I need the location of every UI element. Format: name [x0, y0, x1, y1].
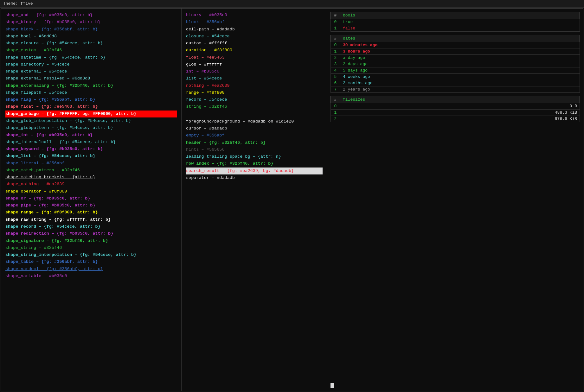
list-item: shape_nothing – #ea2639 [5, 181, 177, 188]
row-index: 0 [331, 103, 340, 110]
list-item: int – #b035c0 [186, 68, 323, 75]
list-item: shape_redirection – {fg: #b035c0, attr: … [5, 230, 177, 237]
list-item: shape_string_interpolation – {fg: #54cec… [5, 251, 177, 258]
table-row: 3 2 days ago [331, 61, 580, 67]
right-panel: # bools 0 true 1 false # dates [327, 9, 583, 391]
table-row: 1 488.3 KiB [331, 110, 580, 116]
row-index: 3 [331, 61, 340, 67]
list-item: shape_globpattern – {fg: #54cece, attr: … [5, 124, 177, 131]
table-row: 0 0 B [331, 103, 580, 110]
list-item: foreground/background – #dadadb on #1d1e… [186, 118, 323, 125]
list-item: shape_glob_interpolation – {fg: #54cece,… [5, 117, 177, 124]
list-item-highlighted: shape_garbage – {fg: #FFFFFF, bg: #FF000… [5, 111, 177, 117]
list-item: shape_directory – #54cece [5, 61, 177, 68]
list-item: shape_custom – #32bf46 [5, 47, 177, 54]
bools-header: bools [340, 12, 580, 19]
list-item: shape_table – {fg: #356abf, attr: b} [5, 258, 177, 265]
row-value: 488.3 KiB [340, 110, 580, 116]
row-index: 0 [331, 19, 340, 25]
list-item: shape_raw_string – {fg: #ffffff, attr: b… [5, 216, 177, 223]
row-value: 2 days ago [340, 61, 580, 67]
list-item: shape_block – {fg: #356abf, attr: b} [5, 26, 177, 33]
row-value: a day ago [340, 55, 580, 61]
theme-label: Theme: ffive [3, 1, 33, 6]
row-value: 976.6 KiB [340, 116, 580, 122]
dates-table: # dates 0 30 minutes ago 1 3 hours ago 2… [331, 35, 580, 93]
list-item: shape_record – {fg: #54cece, attr: b} [5, 223, 177, 230]
row-value: 4 weeks ago [340, 74, 580, 80]
list-item: shape_keyword – {fg: #b035c0, attr: b} [5, 146, 177, 153]
list-item: binary – #b035c0 [186, 12, 323, 19]
list-item: shape_internalcall – {fg: #54cece, attr:… [5, 139, 177, 146]
list-item: shape_range – {fg: #f8f800, attr: b} [5, 209, 177, 216]
list-item: shape_binary – {fg: #b035c0, attr: b} [5, 19, 177, 26]
table-row: 4 5 days ago [331, 67, 580, 74]
list-item: shape_datetime – {fg: #54cece, attr: b} [5, 54, 177, 61]
list-item: leading_trailing_space_bg – {attr: n} [186, 153, 323, 160]
list-item: shape_externalarg – {fg: #32bf46, attr: … [5, 82, 177, 89]
left-panel: shape_and – {fg: #b035c0, attr: b} shape… [1, 9, 182, 391]
list-item: shape_external – #54cece [5, 68, 177, 75]
list-item-search-result: search_result – {fg: #ea2639, bg: #dadad… [186, 168, 323, 174]
row-index: 2 [331, 116, 340, 122]
list-item: empty – #356abf [186, 132, 323, 139]
list-item: row_index – {fg: #32bf46, attr: b} [186, 160, 323, 167]
bools-table: # bools 0 true 1 false [331, 12, 580, 32]
list-item: shape_string – #32bf46 [5, 244, 177, 251]
list-item: shape_bool – #6dd8d8 [5, 33, 177, 40]
list-item: string – #32bf46 [186, 103, 323, 110]
row-value: 3 hours ago [340, 48, 580, 55]
list-item: cursor – #dadadb [186, 125, 323, 132]
list-item: list – #54cece [186, 75, 323, 82]
list-item: shape_vardecl – {fg: #356abf, attr: u} [5, 266, 177, 273]
list-item: shape_float – {fg: #ee5463, attr: b} [5, 103, 177, 110]
filesizes-header: filesizes [340, 96, 580, 103]
list-item: float – #ee5463 [186, 54, 323, 61]
row-index: 1 [331, 25, 340, 32]
table-row: 1 false [331, 25, 580, 32]
row-value: 5 days ago [340, 67, 580, 74]
list-item: shape_external_resolved – #6dd8d8 [5, 75, 177, 82]
row-index: 1 [331, 48, 340, 55]
spacer [186, 111, 323, 118]
list-item: shape_literal – #356abf [5, 160, 177, 167]
table-row: 5 4 weeks ago [331, 74, 580, 80]
list-item: shape_closure – {fg: #54cece, attr: b} [5, 40, 177, 47]
table-row: 7 2 years ago [331, 86, 580, 93]
table-row: 0 true [331, 19, 580, 25]
row-value: 0 B [340, 103, 580, 110]
bools-hash-header: # [331, 12, 340, 19]
list-item: shape_and – {fg: #b035c0, attr: b} [5, 12, 177, 19]
dates-header: dates [340, 35, 580, 42]
cursor-area [331, 380, 580, 388]
cursor-block [331, 383, 334, 388]
list-item: custom – #ffffff [186, 40, 323, 47]
list-item: shape_signature – {fg: #32bf46, attr: b} [5, 237, 177, 244]
dates-hash-header: # [331, 35, 340, 42]
list-item: shape_matching_brackets – {attr: u} [5, 174, 177, 181]
list-item: shape_int – {fg: #b035c0, attr: b} [5, 132, 177, 139]
list-item: record – #54cece [186, 96, 323, 103]
list-item: shape_match_pattern – #32bf46 [5, 167, 177, 174]
list-item: hints – #565656 [186, 146, 323, 153]
main-container: shape_and – {fg: #b035c0, attr: b} shape… [1, 8, 583, 391]
list-item: shape_flag – {fg: #356abf, attr: b} [5, 96, 177, 103]
row-index: 0 [331, 42, 340, 48]
list-item: shape_variable – #b035c0 [5, 273, 177, 280]
list-item: glob – #ffffff [186, 61, 323, 68]
list-item: shape_or – {fg: #b035c0, attr: b} [5, 195, 177, 202]
row-index: 2 [331, 55, 340, 61]
theme-bar: Theme: ffive [0, 0, 584, 8]
list-item: cell-path – #dadadb [186, 26, 323, 33]
table-row: 0 30 minutes ago [331, 42, 580, 48]
list-item: shape_filepath – #54cece [5, 89, 177, 96]
row-value: 2 years ago [340, 86, 580, 93]
list-item: shape_list – {fg: #54cece, attr: b} [5, 153, 177, 160]
list-item: header – {fg: #32bf46, attr: b} [186, 139, 323, 146]
row-index: 4 [331, 67, 340, 74]
table-row: 1 3 hours ago [331, 48, 580, 55]
table-row: 2 976.6 KiB [331, 116, 580, 122]
list-item: shape_operator – #f8f800 [5, 188, 177, 195]
row-value: 30 minutes ago [340, 42, 580, 48]
table-row: 2 a day ago [331, 55, 580, 61]
